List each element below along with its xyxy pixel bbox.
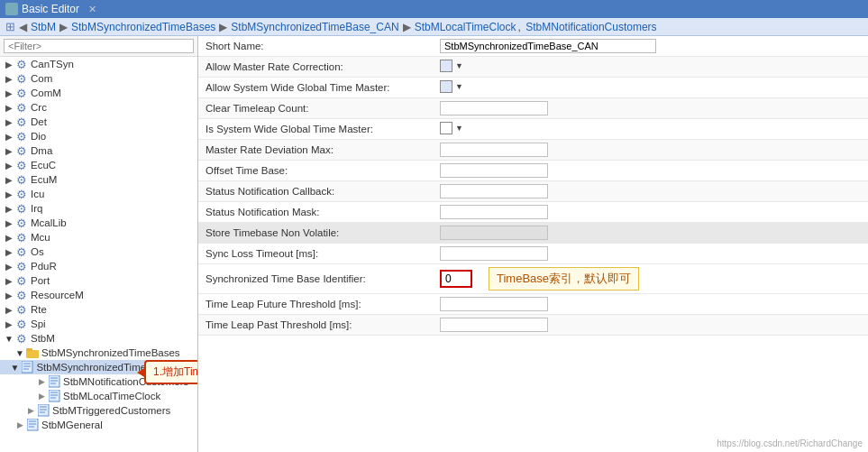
module-icon-comm: ⚙: [14, 87, 29, 99]
statuscallback-input[interactable]: [440, 184, 548, 198]
tree-item-ecuc[interactable]: ▶ ⚙ EcuC: [0, 158, 197, 172]
breadcrumb-synctimebase-can[interactable]: StbMSynchronizedTimeBase_CAN: [231, 21, 398, 33]
expand-port[interactable]: ▶: [4, 276, 14, 286]
expand-irq[interactable]: ▶: [4, 204, 14, 214]
tree-item-icu[interactable]: ▶ ⚙ Icu: [0, 187, 197, 201]
checkbox-isglobaltimemaster[interactable]: ▼: [440, 122, 463, 134]
prop-row-masterrate: Allow Master Rate Correction: ▼: [198, 57, 868, 78]
offsettimebase-input[interactable]: [440, 163, 548, 178]
label-ecuc: EcuC: [31, 160, 56, 171]
tree-item-rte[interactable]: ▶ ⚙ Rte: [0, 302, 197, 317]
prop-row-isglobaltimemaster: Is System Wide Global Time Master: ▼: [198, 119, 868, 140]
tree-item-synctimebase-can[interactable]: ▼ StbMSynchronizedTimeBase_CAN 1.增加TimeB…: [0, 360, 197, 374]
expand-stbmgeneral[interactable]: ▶: [14, 420, 25, 429]
tree-item-irq[interactable]: ▶ ⚙ Irq: [0, 201, 197, 216]
masterratedev-input[interactable]: [440, 143, 548, 157]
expand-synctimebases[interactable]: ▼: [14, 348, 25, 358]
label-comm: ComM: [31, 88, 61, 98]
tree-item-cantsyn[interactable]: ▶ ⚙ CanTSyn: [0, 57, 197, 71]
module-icon-mcallib: ⚙: [14, 217, 29, 229]
tree-item-triggeredcustomers[interactable]: ▶ StbMTriggeredCustomers: [0, 403, 197, 418]
tree-item-det[interactable]: ▶ ⚙ Det: [0, 115, 197, 129]
storetimebase-input[interactable]: [440, 226, 548, 240]
expand-spi[interactable]: ▶: [4, 319, 14, 329]
expand-ecum[interactable]: ▶: [4, 175, 14, 185]
timeleapfuture-input[interactable]: [440, 297, 548, 311]
expand-icu[interactable]: ▶: [4, 189, 14, 199]
tree-item-port[interactable]: ▶ ⚙ Port: [0, 273, 197, 288]
expand-notificationcustomers[interactable]: ▶: [36, 377, 47, 386]
expand-localtimeclock[interactable]: ▶: [36, 392, 47, 401]
cb-masterrate[interactable]: [440, 60, 452, 72]
cb-isglobaltimemaster[interactable]: [440, 122, 452, 134]
expand-os[interactable]: ▶: [4, 247, 14, 257]
breadcrumb-stbm[interactable]: StbM: [31, 21, 56, 33]
expand-resourcem[interactable]: ▶: [4, 291, 14, 300]
breadcrumb-notificationcustomers[interactable]: StbMNotificationCustomers: [525, 21, 656, 33]
expand-triggeredcustomers[interactable]: ▶: [25, 406, 36, 415]
module-icon-dio: ⚙: [14, 130, 29, 143]
expand-cantsyn[interactable]: ▶: [4, 60, 14, 69]
tree-item-localtimeclock[interactable]: ▶ StbMLocalTimeClock: [0, 389, 197, 403]
tree-item-synctimebases[interactable]: ▼ StbMSynchronizedTimeBases: [0, 346, 197, 360]
prop-value-synctimebaseid: TimeBase索引，默认即可: [433, 264, 868, 293]
editor-icon: [5, 3, 18, 15]
checkbox-systemwide[interactable]: ▼: [440, 80, 463, 93]
expand-dma[interactable]: ▶: [4, 146, 14, 156]
expand-stbm[interactable]: ▼: [4, 334, 14, 344]
expand-dio[interactable]: ▶: [4, 132, 14, 142]
expand-mcu[interactable]: ▶: [4, 233, 14, 243]
cb-systemwide-arrow[interactable]: ▼: [455, 82, 463, 91]
properties-table: Short Name: Allow Master Rate Correction…: [198, 36, 868, 336]
label-dio: Dio: [31, 131, 46, 142]
expand-com[interactable]: ▶: [4, 74, 14, 84]
expand-rte[interactable]: ▶: [4, 305, 14, 315]
tree-item-pdur[interactable]: ▶ ⚙ PduR: [0, 259, 197, 273]
tree-item-dio[interactable]: ▶ ⚙ Dio: [0, 129, 197, 143]
tree-item-stbmgeneral[interactable]: ▶ StbMGeneral: [0, 418, 197, 432]
prop-label-offsettimebase: Offset Time Base:: [198, 161, 433, 181]
tree-item-crc[interactable]: ▶ ⚙ Crc: [0, 100, 197, 115]
checkbox-masterrate[interactable]: ▼: [440, 60, 463, 72]
tree-item-stbm[interactable]: ▼ ⚙ StbM: [0, 331, 197, 346]
expand-pdur[interactable]: ▶: [4, 262, 14, 272]
timeleappast-input[interactable]: [440, 318, 548, 332]
tree-item-dma[interactable]: ▶ ⚙ Dma: [0, 143, 197, 158]
expand-det[interactable]: ▶: [4, 117, 14, 127]
tree-item-mcallib[interactable]: ▶ ⚙ McalLib: [0, 216, 197, 230]
main-container: Basic Editor ✕ ⊞ ◀ StbM ▶ StbMSynchroniz…: [0, 0, 868, 452]
tree-item-spi[interactable]: ▶ ⚙ Spi: [0, 317, 197, 331]
tree-item-com[interactable]: ▶ ⚙ Com: [0, 71, 197, 86]
title-close[interactable]: ✕: [88, 4, 96, 15]
prop-row-systemwide: Allow System Wide Global Time Master: ▼: [198, 78, 868, 98]
expand-synctimebase-can[interactable]: ▼: [9, 363, 20, 373]
expand-mcallib[interactable]: ▶: [4, 218, 14, 228]
module-icon-ecuc: ⚙: [14, 159, 29, 171]
synctimebaseid-input[interactable]: [440, 270, 472, 288]
tree-item-mcu[interactable]: ▶ ⚙ Mcu: [0, 230, 197, 244]
label-stbmgeneral: StbMGeneral: [41, 420, 103, 430]
synclosstimeout-input[interactable]: [440, 246, 548, 261]
module-icon-det: ⚙: [14, 115, 29, 128]
label-irq: Irq: [31, 203, 42, 214]
label-spi: Spi: [31, 318, 46, 329]
prop-row-masterratedev: Master Rate Deviation Max:: [198, 140, 868, 161]
expand-crc[interactable]: ▶: [4, 103, 14, 113]
tree-item-resourcem[interactable]: ▶ ⚙ ResourceM: [0, 288, 197, 302]
tree-item-comm[interactable]: ▶ ⚙ ComM: [0, 86, 197, 100]
breadcrumb-localtimeclock[interactable]: StbMLocalTimeClock: [415, 21, 516, 33]
expand-ecuc[interactable]: ▶: [4, 161, 14, 171]
module-icon-dma: ⚙: [14, 144, 29, 157]
filter-input[interactable]: [4, 39, 194, 53]
statusmask-input[interactable]: [440, 205, 548, 219]
tree-item-ecum[interactable]: ▶ ⚙ EcuM: [0, 172, 197, 187]
breadcrumb-synctimebases[interactable]: StbMSynchronizedTimeBases: [71, 21, 215, 33]
tree-content: ▶ ⚙ CanTSyn ▶ ⚙ Com ▶ ⚙ ComM: [0, 57, 197, 452]
cb-isglobaltimemaster-arrow[interactable]: ▼: [455, 124, 463, 133]
cleartimeleap-input[interactable]: [440, 101, 548, 115]
cb-masterrate-arrow[interactable]: ▼: [455, 61, 463, 70]
shortname-input[interactable]: [440, 39, 656, 53]
cb-systemwide[interactable]: [440, 80, 452, 93]
expand-comm[interactable]: ▶: [4, 88, 14, 98]
tree-item-os[interactable]: ▶ ⚙ Os: [0, 244, 197, 259]
